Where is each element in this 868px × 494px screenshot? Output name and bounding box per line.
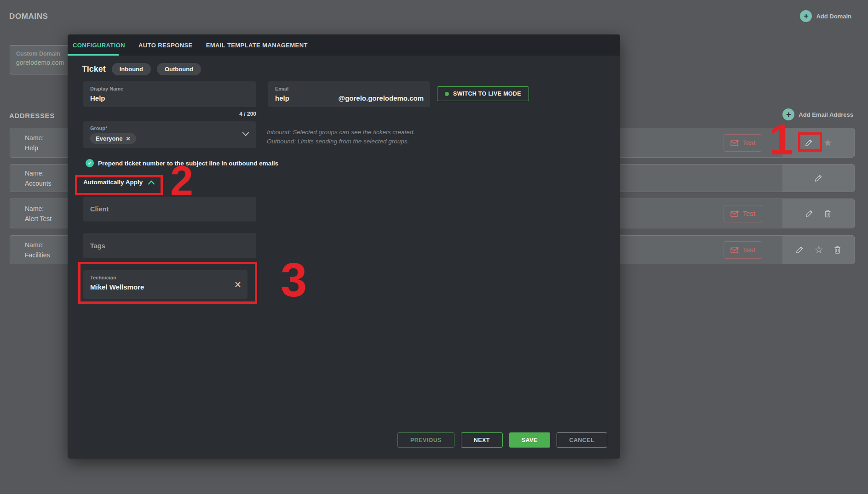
- group-chip-label: Everyone: [96, 135, 123, 142]
- add-domain-button[interactable]: + Add Domain: [800, 10, 851, 22]
- outbound-toggle[interactable]: Outbound: [157, 63, 201, 75]
- live-status-dot-icon: [445, 92, 449, 96]
- address-name-label: Name:: [25, 133, 44, 143]
- addresses-title: ADDRESSES: [9, 112, 55, 119]
- address-name: Name: Alert Test: [25, 204, 52, 224]
- previous-button[interactable]: PREVIOUS: [397, 432, 454, 448]
- page-title: DOMAINS: [9, 12, 48, 21]
- row-actions: [782, 165, 854, 192]
- trash-icon: [824, 209, 832, 218]
- chevron-down-icon[interactable]: [241, 131, 250, 137]
- inbound-helper-line: Inbound: Selected groups can see the tic…: [267, 128, 415, 137]
- edit-pencil-button[interactable]: [805, 209, 814, 218]
- tab-email-template-management[interactable]: EMAIL TEMPLATE MANAGEMENT: [206, 42, 308, 49]
- trash-icon: [834, 245, 841, 254]
- outbound-helper-line: Outbound: Limits sending from the select…: [267, 137, 415, 146]
- plus-icon: +: [782, 108, 794, 120]
- char-counter: 4 / 200: [83, 111, 256, 117]
- save-button[interactable]: SAVE: [509, 432, 550, 448]
- client-select[interactable]: Client: [83, 197, 256, 221]
- custom-domain-value: gorelodemo.com: [16, 59, 64, 66]
- pencil-icon: [805, 138, 813, 147]
- prepend-label: Prepend ticket number to the subject lin…: [98, 160, 278, 167]
- address-name-value: Help: [25, 143, 44, 153]
- automatically-apply-toggle[interactable]: Automatically Apply: [83, 179, 155, 186]
- add-email-address-label: Add Email Address: [799, 111, 853, 118]
- group-select[interactable]: Group* Everyone ✕: [83, 121, 256, 148]
- ticket-type-row: Ticket Inbound Outbound: [82, 63, 201, 75]
- favorite-star-button[interactable]: ☆: [814, 245, 823, 255]
- pencil-icon: [795, 245, 804, 254]
- email-domain-suffix: @gorelo.gorelodemo.com: [339, 94, 424, 102]
- plus-icon: +: [800, 10, 812, 22]
- active-tab-underline: [68, 54, 119, 56]
- switch-to-live-mode-button[interactable]: SWITCH TO LIVE MODE: [437, 86, 529, 101]
- technician-value: Mikel Wellsmore: [90, 283, 247, 291]
- address-name-value: Facilities: [25, 250, 50, 260]
- address-name-value: Accounts: [25, 178, 52, 188]
- pencil-icon: [805, 209, 814, 218]
- chevron-up-icon: [147, 180, 155, 185]
- next-button[interactable]: NEXT: [461, 432, 503, 448]
- pencil-icon: [814, 174, 823, 182]
- favorite-star-button[interactable]: ★: [823, 138, 833, 148]
- email-label: Email: [275, 86, 424, 91]
- star-filled-icon: ★: [823, 138, 833, 148]
- row-actions: ★: [782, 128, 854, 157]
- test-label: Test: [742, 139, 755, 147]
- display-name-label: Display Name: [90, 86, 256, 91]
- cancel-button[interactable]: CANCEL: [557, 432, 607, 448]
- address-name: Name: Accounts: [25, 168, 52, 188]
- group-label: Group*: [90, 125, 256, 131]
- edit-pencil-button[interactable]: [814, 174, 823, 182]
- row-actions: ☆: [782, 236, 854, 264]
- tab-configuration[interactable]: CONFIGURATION: [73, 42, 125, 49]
- automatically-apply-label: Automatically Apply: [83, 179, 143, 186]
- technician-label: Technician: [90, 275, 247, 280]
- email-config-modal: CONFIGURATION AUTO RESPONSE EMAIL TEMPLA…: [68, 34, 620, 459]
- group-chip-everyone[interactable]: Everyone ✕: [90, 133, 136, 144]
- envelope-icon: [730, 210, 739, 217]
- address-name: Name: Facilities: [25, 240, 50, 260]
- delete-trash-button[interactable]: [834, 245, 841, 254]
- edit-pencil-button[interactable]: [805, 138, 813, 147]
- modal-tabbar: CONFIGURATION AUTO RESPONSE EMAIL TEMPLA…: [68, 34, 620, 56]
- clear-technician-icon[interactable]: ✕: [234, 280, 241, 289]
- email-value: help: [275, 94, 289, 102]
- envelope-icon: [730, 246, 739, 254]
- group-helper-text: Inbound: Selected groups can see the tic…: [267, 128, 415, 146]
- switch-mode-label: SWITCH TO LIVE MODE: [453, 91, 521, 97]
- test-email-button[interactable]: Test: [724, 134, 762, 152]
- address-name-label: Name:: [25, 168, 52, 178]
- display-name-field[interactable]: Display Name Help: [83, 81, 256, 107]
- row-actions: [782, 199, 854, 228]
- chip-remove-icon[interactable]: ✕: [126, 136, 131, 142]
- test-email-button[interactable]: Test: [724, 205, 762, 222]
- delete-trash-button[interactable]: [824, 209, 832, 218]
- test-label: Test: [742, 210, 755, 217]
- display-name-value: Help: [90, 94, 256, 102]
- add-email-address-button[interactable]: + Add Email Address: [782, 108, 853, 120]
- envelope-icon: [730, 139, 739, 147]
- test-email-button[interactable]: Test: [724, 241, 762, 259]
- ticket-label: Ticket: [82, 64, 106, 74]
- modal-footer: PREVIOUS NEXT SAVE CANCEL: [397, 432, 607, 448]
- technician-select[interactable]: Technician Mikel Wellsmore ✕: [83, 270, 247, 299]
- add-domain-label: Add Domain: [816, 13, 851, 20]
- tags-select[interactable]: Tags: [83, 233, 256, 258]
- email-field[interactable]: Email help @gorelo.gorelodemo.com: [268, 81, 430, 107]
- client-placeholder: Client: [90, 205, 109, 213]
- edit-pencil-button[interactable]: [795, 245, 804, 254]
- tags-placeholder: Tags: [90, 242, 105, 250]
- prepend-checkbox-row: ✓ Prepend ticket number to the subject l…: [86, 159, 278, 167]
- address-name-value: Alert Test: [25, 214, 52, 224]
- star-outline-icon: ☆: [814, 245, 823, 255]
- tab-auto-response[interactable]: AUTO RESPONSE: [138, 42, 193, 49]
- inbound-toggle[interactable]: Inbound: [112, 63, 151, 75]
- address-name: Name: Help: [25, 133, 44, 153]
- test-label: Test: [742, 246, 755, 254]
- checked-checkbox-icon[interactable]: ✓: [86, 159, 94, 167]
- address-name-label: Name:: [25, 240, 50, 250]
- address-name-label: Name:: [25, 204, 52, 214]
